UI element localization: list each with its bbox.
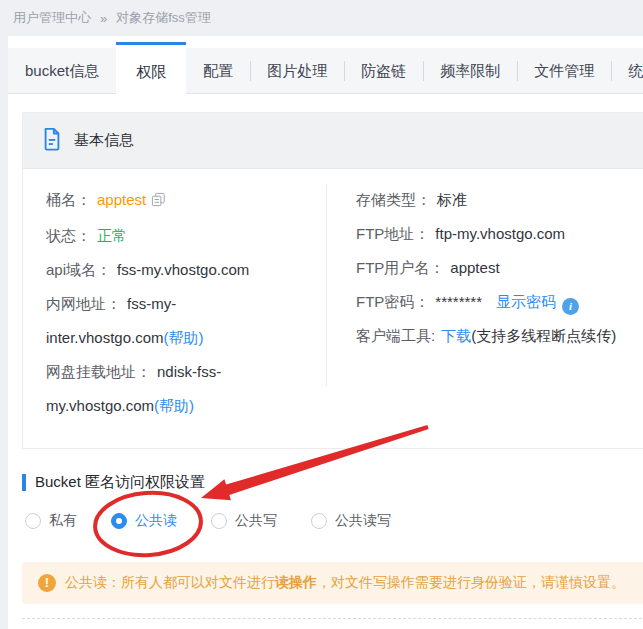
- radio-public-read-write[interactable]: 公共读写: [311, 512, 391, 530]
- show-password-link[interactable]: 显示密码: [496, 293, 556, 310]
- tab-config[interactable]: 配置: [186, 48, 250, 94]
- download-link[interactable]: 下载: [441, 327, 471, 344]
- field-storage-type: 存储类型：标准: [356, 183, 616, 217]
- breadcrumb-user-center[interactable]: 用户管理中心: [13, 9, 91, 27]
- tab-file-management[interactable]: 文件管理: [517, 48, 611, 94]
- field-ftp-password: FTP密码：********显示密码i: [356, 285, 616, 319]
- radio-public-write-circle[interactable]: [211, 513, 227, 529]
- warning-text: 公共读：所有人都可以对文件进行读操作，对文件写操作需要进行身份验证，请谨慎设置。: [65, 574, 625, 592]
- field-api-domain: api域名：fss-my.vhostgo.com: [46, 253, 281, 287]
- breadcrumb-current: 对象存储fss管理: [116, 9, 211, 27]
- dashed-divider: [22, 618, 643, 619]
- column-divider: [326, 185, 327, 387]
- field-client-tool: 客户端工具:下载(支持多线程断点续传): [356, 319, 616, 353]
- basic-info-body: 桶名：apptest 状态：正常 api域名：fss-my.vhostgo.co…: [23, 169, 643, 448]
- document-icon: [41, 127, 63, 155]
- info-column-left: 桶名：apptest 状态：正常 api域名：fss-my.vhostgo.co…: [46, 183, 281, 423]
- tab-image-processing[interactable]: 图片处理: [250, 48, 344, 94]
- copy-icon[interactable]: [151, 185, 166, 219]
- field-netdisk-mount: 网盘挂载地址：ndisk-fss-my.vhostgo.com(帮助): [46, 355, 281, 423]
- warning-icon: !: [38, 574, 56, 592]
- tab-permissions[interactable]: 权限: [116, 42, 186, 100]
- basic-info-panel: 基本信息 桶名：apptest 状态：正常 api域名：fss-my.vhost…: [22, 112, 643, 449]
- tab-bar: bucket信息 权限 配置 图片处理 防盗链 频率限制 文件管理 统计 文档: [8, 42, 643, 100]
- tab-hotlink-protection[interactable]: 防盗链: [344, 48, 423, 94]
- help-link-intranet[interactable]: (帮助): [164, 329, 204, 346]
- field-intranet-address: 内网地址：fss-my-inter.vhostgo.com(帮助): [46, 287, 281, 355]
- masked-password: ********: [435, 293, 482, 310]
- tab-statistics[interactable]: 统计: [611, 48, 643, 94]
- status-badge: 正常: [97, 227, 127, 244]
- panel-title: 基本信息: [74, 131, 134, 150]
- tab-panel-content: 基本信息 桶名：apptest 状态：正常 api域名：fss-my.vhost…: [8, 100, 643, 619]
- permission-radio-group: 私有 公共读 公共写 公共读写: [25, 512, 643, 530]
- radio-public-read[interactable]: 公共读: [111, 512, 177, 530]
- tab-rate-limit[interactable]: 频率限制: [423, 48, 517, 94]
- info-column-right: 存储类型：标准 FTP地址：ftp-my.vhostgo.com FTP用户名：…: [356, 183, 616, 423]
- content-card: bucket信息 权限 配置 图片处理 防盗链 频率限制 文件管理 统计 文档 …: [8, 36, 643, 629]
- radio-public-read-circle[interactable]: [111, 513, 127, 529]
- field-bucket-name: 桶名：apptest: [46, 183, 281, 219]
- info-icon[interactable]: i: [562, 298, 579, 315]
- radio-public-write[interactable]: 公共写: [211, 512, 277, 530]
- breadcrumb-separator: »: [100, 11, 107, 26]
- breadcrumb: 用户管理中心 » 对象存储fss管理: [0, 0, 643, 36]
- field-status: 状态：正常: [46, 219, 281, 253]
- help-link-netdisk[interactable]: (帮助): [154, 397, 194, 414]
- permission-section-title: Bucket 匿名访问权限设置: [22, 473, 643, 492]
- section-accent-bar: [22, 474, 26, 491]
- tab-bucket-info[interactable]: bucket信息: [8, 48, 116, 94]
- warning-banner: ! 公共读：所有人都可以对文件进行读操作，对文件写操作需要进行身份验证，请谨慎设…: [22, 562, 643, 604]
- field-ftp-address: FTP地址：ftp-my.vhostgo.com: [356, 217, 616, 251]
- bucket-name-value: apptest: [97, 191, 146, 208]
- basic-info-header: 基本信息: [23, 113, 643, 169]
- radio-public-read-write-circle[interactable]: [311, 513, 327, 529]
- radio-private[interactable]: 私有: [25, 512, 77, 530]
- field-ftp-username: FTP用户名：apptest: [356, 251, 616, 285]
- radio-private-circle[interactable]: [25, 513, 41, 529]
